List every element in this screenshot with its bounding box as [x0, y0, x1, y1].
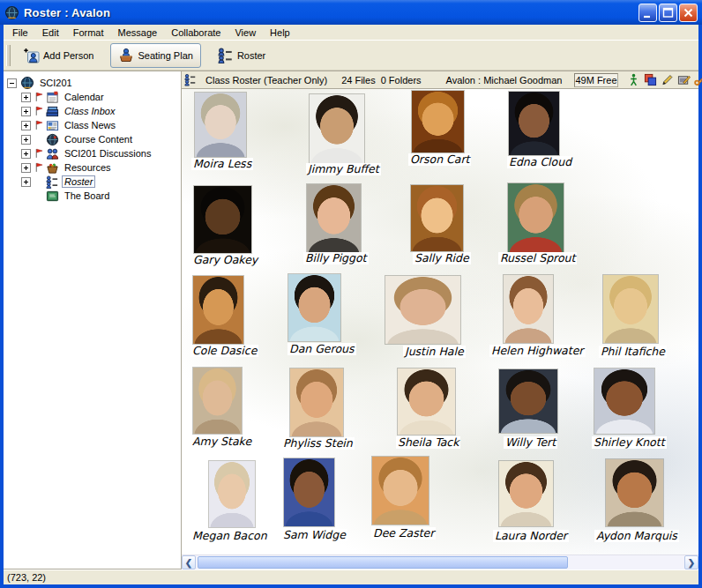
- student-photo-sheila-tack[interactable]: [398, 368, 455, 435]
- tree-item-sci201[interactable]: SCI201: [4, 76, 181, 90]
- student-name-orson-cart[interactable]: Orson Cart: [408, 153, 471, 166]
- student-photo-phyliss-stein[interactable]: [290, 368, 343, 436]
- horizontal-scrollbar[interactable]: ❮ ❯: [182, 555, 698, 569]
- student-photo-laura-norder[interactable]: [499, 461, 553, 526]
- student-name-dee-zaster[interactable]: Dee Zaster: [371, 527, 436, 540]
- info-bar-actions: [627, 73, 702, 86]
- permissions-button[interactable]: [694, 73, 702, 86]
- student-name-laura-norder[interactable]: Laura Norder: [493, 530, 569, 542]
- scroll-left-arrow[interactable]: ❮: [182, 555, 196, 569]
- student-name-jimmy-buffet[interactable]: Jimmy Buffet: [306, 163, 381, 175]
- tree-item-sci201-discussions[interactable]: SCI201 Discussions: [4, 146, 181, 160]
- window-globe-icon: [4, 5, 19, 20]
- approve-button[interactable]: [677, 73, 691, 86]
- toolbar-add-person-button[interactable]: Add Person: [16, 43, 101, 68]
- student-photo-edna-cloud[interactable]: [509, 92, 559, 155]
- tree-item-label: Course Content: [62, 133, 135, 145]
- student-name-willy-tert[interactable]: Willy Tert: [504, 436, 557, 449]
- student-name-cole-dasice[interactable]: Cole Dasice: [190, 345, 258, 357]
- student-photo-phil-itafiche[interactable]: [603, 275, 658, 343]
- toolbar-button-label: Seating Plan: [138, 50, 192, 61]
- student-photo-amy-stake[interactable]: [193, 368, 242, 434]
- student-photo-aydon-marquis[interactable]: [606, 459, 663, 526]
- student-name-amy-stake[interactable]: Amy Stake: [190, 435, 253, 448]
- student-photo-helen-highwater[interactable]: [504, 275, 553, 343]
- menu-message[interactable]: Message: [111, 26, 165, 39]
- expand-toggle[interactable]: [21, 121, 31, 130]
- toolbar-gripper[interactable]: [6, 45, 11, 66]
- student-name-edna-cloud[interactable]: Edna Cloud: [507, 156, 573, 168]
- expand-toggle[interactable]: [21, 163, 31, 173]
- student-name-moira-less[interactable]: Moira Less: [191, 158, 253, 170]
- roster-icon: [46, 175, 59, 189]
- student-photo-justin-hale[interactable]: [385, 276, 460, 344]
- student-photo-russel-sprout[interactable]: [508, 183, 564, 252]
- close-button[interactable]: [679, 4, 698, 22]
- student-photo-billy-piggot[interactable]: [307, 184, 361, 253]
- student-name-aydon-marquis[interactable]: Aydon Marquis: [594, 530, 679, 542]
- tree-item-roster[interactable]: Roster: [4, 175, 181, 189]
- menu-collaborate[interactable]: Collaborate: [164, 26, 228, 39]
- tree-item-the-board[interactable]: The Board: [4, 189, 181, 203]
- student-name-helen-highwater[interactable]: Helen Highwater: [489, 345, 586, 357]
- student-name-billy-piggot[interactable]: Billy Piggot: [303, 252, 369, 264]
- tree-item-course-content[interactable]: Course Content: [4, 132, 181, 146]
- student-photo-sam-widge[interactable]: [284, 458, 334, 526]
- student-name-phil-itafiche[interactable]: Phil Itafiche: [599, 346, 667, 358]
- student-photo-sally-ride[interactable]: [411, 185, 463, 251]
- news-icon: [46, 119, 59, 132]
- tree-item-label: Calendar: [62, 91, 107, 103]
- toolbar-roster-button[interactable]: Roster: [210, 43, 273, 68]
- student-photo-dan-gerous[interactable]: [288, 274, 340, 341]
- student-photo-orson-cart[interactable]: [412, 91, 464, 153]
- maximize-button[interactable]: [659, 4, 677, 22]
- student-name-gary-oakey[interactable]: Gary Oakey: [191, 254, 259, 266]
- account-name: Avalon : Michael Goodman: [446, 75, 563, 86]
- menu-help[interactable]: Help: [263, 26, 297, 39]
- student-photo-dee-zaster[interactable]: [372, 457, 429, 525]
- tree-item-class-inbox[interactable]: Class Inbox: [4, 104, 181, 118]
- student-photo-cole-dasice[interactable]: [193, 276, 243, 344]
- toolbar-seating-plan-button[interactable]: Seating Plan: [110, 43, 200, 68]
- windows-button[interactable]: [644, 73, 657, 86]
- student-photo-moira-less[interactable]: [195, 93, 246, 157]
- student-name-sally-ride[interactable]: Sally Ride: [413, 252, 471, 264]
- student-name-dan-gerous[interactable]: Dan Gerous: [288, 343, 356, 355]
- menu-format[interactable]: Format: [66, 26, 111, 39]
- free-space-text: 49M Free: [575, 75, 616, 86]
- tree-item-class-news[interactable]: Class News: [4, 118, 181, 132]
- student-name-megan-bacon[interactable]: Megan Bacon: [190, 530, 269, 542]
- expand-toggle[interactable]: [21, 135, 31, 145]
- student-name-russel-sprout[interactable]: Russel Sprout: [498, 252, 577, 264]
- menu-file[interactable]: File: [5, 26, 35, 39]
- discussions-icon: [46, 147, 59, 160]
- expand-toggle[interactable]: [21, 177, 31, 187]
- minimize-button[interactable]: [639, 4, 657, 22]
- scroll-right-arrow[interactable]: ❯: [684, 555, 698, 569]
- unread-flag-icon: [34, 91, 46, 103]
- student-photo-jimmy-buffet[interactable]: [310, 94, 364, 163]
- folders-count: 0 Folders: [381, 75, 422, 86]
- menu-view[interactable]: View: [228, 26, 263, 39]
- student-photo-gary-oakey[interactable]: [194, 186, 251, 253]
- expand-toggle[interactable]: [21, 93, 31, 102]
- student-name-justin-hale[interactable]: Justin Hale: [403, 346, 466, 358]
- student-photo-willy-tert[interactable]: [499, 369, 557, 433]
- scroll-thumb[interactable]: [198, 556, 568, 569]
- globe-icon: [20, 76, 34, 90]
- menu-edit[interactable]: Edit: [35, 26, 66, 39]
- tree-item-resources[interactable]: Resources: [4, 160, 181, 175]
- student-photo-shirley-knott[interactable]: [594, 368, 654, 434]
- collapse-toggle[interactable]: [7, 78, 17, 88]
- tree-item-calendar[interactable]: Calendar: [4, 90, 181, 104]
- student-name-sam-widge[interactable]: Sam Widge: [281, 529, 347, 541]
- expand-toggle[interactable]: [21, 149, 31, 159]
- student-name-sheila-tack[interactable]: Sheila Tack: [396, 436, 460, 449]
- user-online-button[interactable]: [627, 73, 640, 86]
- student-name-shirley-knott[interactable]: Shirley Knott: [592, 436, 667, 449]
- pencil-button[interactable]: [661, 73, 674, 86]
- student-name-phyliss-stein[interactable]: Phyliss Stein: [281, 437, 355, 450]
- toolbar-button-label: Roster: [237, 50, 265, 61]
- expand-toggle[interactable]: [21, 107, 31, 116]
- student-photo-megan-bacon[interactable]: [209, 461, 255, 527]
